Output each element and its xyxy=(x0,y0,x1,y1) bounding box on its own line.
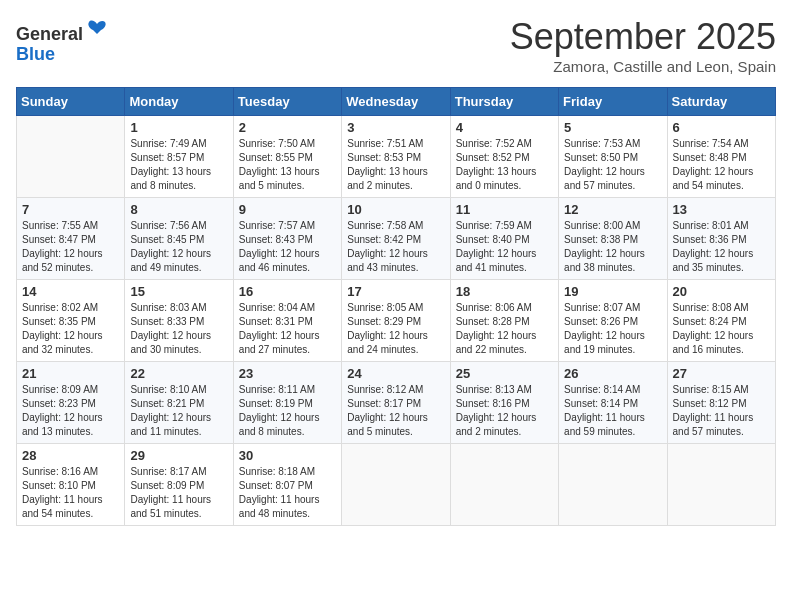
day-number: 12 xyxy=(564,202,661,217)
day-number: 2 xyxy=(239,120,336,135)
calendar-day-cell xyxy=(342,444,450,526)
day-number: 27 xyxy=(673,366,770,381)
day-number: 21 xyxy=(22,366,119,381)
calendar-day-cell: 30Sunrise: 8:18 AMSunset: 8:07 PMDayligh… xyxy=(233,444,341,526)
day-number: 1 xyxy=(130,120,227,135)
day-sun-info: Sunrise: 8:17 AMSunset: 8:09 PMDaylight:… xyxy=(130,465,227,521)
logo-general: General xyxy=(16,24,83,44)
calendar-day-cell: 11Sunrise: 7:59 AMSunset: 8:40 PMDayligh… xyxy=(450,198,558,280)
calendar-day-cell: 25Sunrise: 8:13 AMSunset: 8:16 PMDayligh… xyxy=(450,362,558,444)
day-sun-info: Sunrise: 7:51 AMSunset: 8:53 PMDaylight:… xyxy=(347,137,444,193)
calendar-day-cell: 6Sunrise: 7:54 AMSunset: 8:48 PMDaylight… xyxy=(667,116,775,198)
day-sun-info: Sunrise: 8:18 AMSunset: 8:07 PMDaylight:… xyxy=(239,465,336,521)
day-number: 19 xyxy=(564,284,661,299)
calendar-day-cell: 7Sunrise: 7:55 AMSunset: 8:47 PMDaylight… xyxy=(17,198,125,280)
calendar-day-cell: 18Sunrise: 8:06 AMSunset: 8:28 PMDayligh… xyxy=(450,280,558,362)
calendar-day-cell: 27Sunrise: 8:15 AMSunset: 8:12 PMDayligh… xyxy=(667,362,775,444)
day-number: 28 xyxy=(22,448,119,463)
calendar-day-cell: 9Sunrise: 7:57 AMSunset: 8:43 PMDaylight… xyxy=(233,198,341,280)
calendar-day-cell: 3Sunrise: 7:51 AMSunset: 8:53 PMDaylight… xyxy=(342,116,450,198)
day-sun-info: Sunrise: 8:15 AMSunset: 8:12 PMDaylight:… xyxy=(673,383,770,439)
calendar-day-cell: 8Sunrise: 7:56 AMSunset: 8:45 PMDaylight… xyxy=(125,198,233,280)
day-sun-info: Sunrise: 8:13 AMSunset: 8:16 PMDaylight:… xyxy=(456,383,553,439)
day-number: 18 xyxy=(456,284,553,299)
calendar-day-cell: 16Sunrise: 8:04 AMSunset: 8:31 PMDayligh… xyxy=(233,280,341,362)
day-sun-info: Sunrise: 8:11 AMSunset: 8:19 PMDaylight:… xyxy=(239,383,336,439)
day-sun-info: Sunrise: 8:09 AMSunset: 8:23 PMDaylight:… xyxy=(22,383,119,439)
calendar-week-row: 21Sunrise: 8:09 AMSunset: 8:23 PMDayligh… xyxy=(17,362,776,444)
day-sun-info: Sunrise: 8:08 AMSunset: 8:24 PMDaylight:… xyxy=(673,301,770,357)
calendar-day-cell: 19Sunrise: 8:07 AMSunset: 8:26 PMDayligh… xyxy=(559,280,667,362)
calendar-day-cell xyxy=(17,116,125,198)
day-sun-info: Sunrise: 7:59 AMSunset: 8:40 PMDaylight:… xyxy=(456,219,553,275)
calendar-day-cell: 23Sunrise: 8:11 AMSunset: 8:19 PMDayligh… xyxy=(233,362,341,444)
weekday-header: Saturday xyxy=(667,88,775,116)
calendar-day-cell: 26Sunrise: 8:14 AMSunset: 8:14 PMDayligh… xyxy=(559,362,667,444)
day-number: 4 xyxy=(456,120,553,135)
weekday-header: Tuesday xyxy=(233,88,341,116)
day-number: 17 xyxy=(347,284,444,299)
weekday-header: Sunday xyxy=(17,88,125,116)
calendar-day-cell: 10Sunrise: 7:58 AMSunset: 8:42 PMDayligh… xyxy=(342,198,450,280)
calendar-day-cell: 22Sunrise: 8:10 AMSunset: 8:21 PMDayligh… xyxy=(125,362,233,444)
calendar-day-cell: 2Sunrise: 7:50 AMSunset: 8:55 PMDaylight… xyxy=(233,116,341,198)
day-sun-info: Sunrise: 7:52 AMSunset: 8:52 PMDaylight:… xyxy=(456,137,553,193)
calendar-table: SundayMondayTuesdayWednesdayThursdayFrid… xyxy=(16,87,776,526)
day-number: 15 xyxy=(130,284,227,299)
day-sun-info: Sunrise: 8:05 AMSunset: 8:29 PMDaylight:… xyxy=(347,301,444,357)
day-sun-info: Sunrise: 8:06 AMSunset: 8:28 PMDaylight:… xyxy=(456,301,553,357)
day-sun-info: Sunrise: 8:04 AMSunset: 8:31 PMDaylight:… xyxy=(239,301,336,357)
calendar-day-cell: 24Sunrise: 8:12 AMSunset: 8:17 PMDayligh… xyxy=(342,362,450,444)
calendar-day-cell: 12Sunrise: 8:00 AMSunset: 8:38 PMDayligh… xyxy=(559,198,667,280)
day-number: 23 xyxy=(239,366,336,381)
location: Zamora, Castille and Leon, Spain xyxy=(510,58,776,75)
calendar-day-cell xyxy=(559,444,667,526)
day-sun-info: Sunrise: 7:56 AMSunset: 8:45 PMDaylight:… xyxy=(130,219,227,275)
calendar-day-cell xyxy=(450,444,558,526)
day-sun-info: Sunrise: 7:53 AMSunset: 8:50 PMDaylight:… xyxy=(564,137,661,193)
day-sun-info: Sunrise: 8:03 AMSunset: 8:33 PMDaylight:… xyxy=(130,301,227,357)
day-sun-info: Sunrise: 7:49 AMSunset: 8:57 PMDaylight:… xyxy=(130,137,227,193)
calendar-day-cell: 1Sunrise: 7:49 AMSunset: 8:57 PMDaylight… xyxy=(125,116,233,198)
calendar-day-cell: 17Sunrise: 8:05 AMSunset: 8:29 PMDayligh… xyxy=(342,280,450,362)
day-sun-info: Sunrise: 8:14 AMSunset: 8:14 PMDaylight:… xyxy=(564,383,661,439)
day-number: 20 xyxy=(673,284,770,299)
day-number: 8 xyxy=(130,202,227,217)
day-sun-info: Sunrise: 7:54 AMSunset: 8:48 PMDaylight:… xyxy=(673,137,770,193)
weekday-header: Wednesday xyxy=(342,88,450,116)
day-number: 26 xyxy=(564,366,661,381)
day-number: 25 xyxy=(456,366,553,381)
calendar-week-row: 7Sunrise: 7:55 AMSunset: 8:47 PMDaylight… xyxy=(17,198,776,280)
day-sun-info: Sunrise: 8:10 AMSunset: 8:21 PMDaylight:… xyxy=(130,383,227,439)
day-sun-info: Sunrise: 8:16 AMSunset: 8:10 PMDaylight:… xyxy=(22,465,119,521)
logo-bird-icon xyxy=(85,16,109,40)
day-number: 7 xyxy=(22,202,119,217)
page-header: General Blue September 2025 Zamora, Cast… xyxy=(16,16,776,75)
logo-blue: Blue xyxy=(16,44,55,64)
day-number: 6 xyxy=(673,120,770,135)
day-sun-info: Sunrise: 7:58 AMSunset: 8:42 PMDaylight:… xyxy=(347,219,444,275)
day-sun-info: Sunrise: 8:07 AMSunset: 8:26 PMDaylight:… xyxy=(564,301,661,357)
day-number: 5 xyxy=(564,120,661,135)
calendar-day-cell xyxy=(667,444,775,526)
day-number: 9 xyxy=(239,202,336,217)
day-sun-info: Sunrise: 7:57 AMSunset: 8:43 PMDaylight:… xyxy=(239,219,336,275)
day-number: 11 xyxy=(456,202,553,217)
calendar-header-row: SundayMondayTuesdayWednesdayThursdayFrid… xyxy=(17,88,776,116)
day-sun-info: Sunrise: 7:50 AMSunset: 8:55 PMDaylight:… xyxy=(239,137,336,193)
calendar-week-row: 14Sunrise: 8:02 AMSunset: 8:35 PMDayligh… xyxy=(17,280,776,362)
day-number: 3 xyxy=(347,120,444,135)
day-number: 22 xyxy=(130,366,227,381)
day-number: 10 xyxy=(347,202,444,217)
day-sun-info: Sunrise: 8:12 AMSunset: 8:17 PMDaylight:… xyxy=(347,383,444,439)
calendar-day-cell: 29Sunrise: 8:17 AMSunset: 8:09 PMDayligh… xyxy=(125,444,233,526)
weekday-header: Monday xyxy=(125,88,233,116)
logo: General Blue xyxy=(16,16,109,65)
calendar-day-cell: 4Sunrise: 7:52 AMSunset: 8:52 PMDaylight… xyxy=(450,116,558,198)
day-sun-info: Sunrise: 8:02 AMSunset: 8:35 PMDaylight:… xyxy=(22,301,119,357)
title-block: September 2025 Zamora, Castille and Leon… xyxy=(510,16,776,75)
day-number: 24 xyxy=(347,366,444,381)
weekday-header: Thursday xyxy=(450,88,558,116)
day-sun-info: Sunrise: 7:55 AMSunset: 8:47 PMDaylight:… xyxy=(22,219,119,275)
day-number: 29 xyxy=(130,448,227,463)
